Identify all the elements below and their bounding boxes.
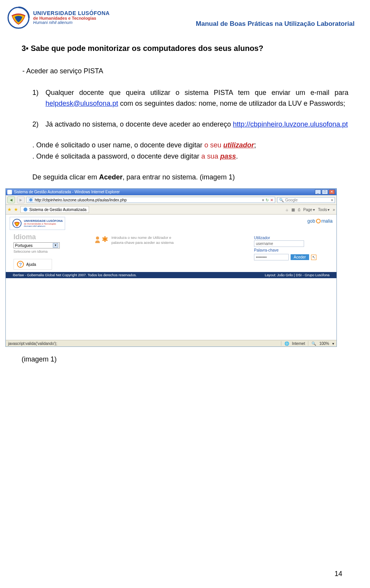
mini-logo: UNIVERSIDADE LUSÓFONA de Humanidades e T…	[10, 217, 65, 230]
search-icon: 🔍	[279, 198, 284, 202]
internet-zone-icon: 🌐	[284, 341, 289, 346]
svg-point-2	[29, 198, 32, 201]
back-button[interactable]: ◄	[7, 196, 15, 203]
final-instruction: De seguida clicar em Aceder, para entrar…	[32, 172, 348, 183]
pass-field-label: Palavra-chave	[254, 248, 331, 252]
browser-favbar: ★ ★ Sistema de Gestão Automatizada ⌂ ▦ ⎙…	[6, 205, 336, 215]
window-title: Sistema de Gestão Automatizada - Windows…	[14, 190, 120, 194]
list-item-2: 2) Já activado no sistema, o docente dev…	[32, 119, 348, 130]
address-dropdown-icon[interactable]: ▾	[262, 198, 264, 202]
university-logo-icon	[7, 6, 30, 29]
mini-logo-icon	[12, 218, 22, 228]
select-arrow-icon: ▾	[53, 243, 58, 248]
status-text: javascript:valida('validando');	[8, 341, 57, 346]
browser-search-box[interactable]: 🔍 Google ▾	[277, 197, 335, 203]
tools-menu[interactable]: Tools ▾	[318, 208, 330, 212]
svg-point-3	[24, 208, 27, 211]
add-favorite-icon[interactable]: ★	[14, 207, 18, 212]
user-icon	[94, 236, 101, 243]
idioma-helper: Seleccione um Idioma	[13, 250, 79, 253]
tab-icon	[23, 207, 28, 212]
note-username: . Onde é solicitado o user name, o docen…	[32, 140, 348, 151]
page-menu[interactable]: Page ▾	[303, 208, 315, 212]
logo-block: UNIVERSIDADE LUSÓFONA de Humanidades e T…	[7, 6, 110, 29]
idioma-heading: Idioma	[13, 233, 79, 241]
svg-point-5	[96, 237, 99, 240]
browser-tab[interactable]: Sistema de Gestão Automatizada	[20, 206, 89, 213]
print-icon[interactable]: ⎙	[298, 208, 300, 212]
page-footer-bar: Iberlaw - Gobernalia Global Net Copyrigh…	[6, 272, 336, 278]
user-field[interactable]: username	[254, 240, 304, 247]
gobernalia-brand: gobrnalia	[308, 218, 333, 224]
section-subtitle: - Aceder ao serviço PISTA	[22, 66, 348, 77]
document-title: Manual de Boas Práticas na Utilização La…	[196, 20, 355, 29]
idioma-select[interactable]: Portugues ▾	[13, 242, 60, 248]
help-icon: ?	[17, 261, 24, 268]
chevrons-icon[interactable]: »	[333, 208, 335, 212]
gobernalia-orb-icon	[316, 219, 321, 223]
key-star-icon: ✱	[102, 236, 108, 243]
note-password: . Onde é solicitada a password, o docent…	[32, 151, 348, 162]
ajuda-button[interactable]: ? Ajuda	[13, 259, 52, 270]
intro-text: Introduza o seu nome de Utilizador e pal…	[111, 235, 179, 245]
screenshot-browser-window: Sistema de Gestão Automatizada - Windows…	[5, 188, 337, 347]
browser-status-bar: javascript:valida('validando'); 🌐 Intern…	[6, 340, 336, 346]
pista-url-link[interactable]: http://cbpinheiro.luvzone.ulusofona.pt	[233, 120, 348, 128]
zoom-icon[interactable]: 🔍	[311, 341, 316, 346]
window-titlebar: Sistema de Gestão Automatizada - Windows…	[6, 189, 336, 195]
page-content: UNIVERSIDADE LUSÓFONA de Humanidades e T…	[6, 215, 336, 346]
user-field-label: Utilizador	[254, 236, 331, 240]
close-button[interactable]: ✕	[329, 189, 335, 194]
zoom-level: 100%	[319, 341, 329, 346]
cursor-highlight-icon: ↖	[311, 255, 316, 260]
address-bar[interactable]: http://cbpinheiro.luvzone.ulusofona.pt/a…	[27, 197, 275, 203]
maximize-button[interactable]: □	[322, 189, 328, 194]
logo-line3: Humani nihil alienum	[33, 20, 110, 25]
feed-icon[interactable]: ▦	[291, 208, 295, 212]
ie-page-icon	[29, 198, 33, 202]
ie-titlebar-icon	[7, 190, 12, 194]
document-header: UNIVERSIDADE LUSÓFONA de Humanidades e T…	[0, 0, 370, 32]
image-caption: (imagem 1)	[22, 355, 370, 363]
minimize-button[interactable]: _	[315, 189, 321, 194]
aceder-button[interactable]: Aceder	[291, 254, 309, 260]
forward-button[interactable]: ►	[17, 196, 25, 203]
list-item-1: 1) Qualquer docente que queira utilizar …	[32, 88, 348, 109]
browser-navbar: ◄ ► http://cbpinheiro.luvzone.ulusofona.…	[6, 195, 336, 205]
section-title: 3▪ Sabe que pode monitorizar os computad…	[22, 42, 348, 54]
stop-icon[interactable]: ✕	[270, 198, 273, 202]
home-icon[interactable]: ⌂	[286, 208, 288, 212]
logo-line1: UNIVERSIDADE LUSÓFONA	[33, 10, 110, 16]
refresh-icon[interactable]: ↻	[266, 198, 269, 202]
helpdesk-email-link[interactable]: helpdesk@ulusofona.pt	[45, 100, 118, 107]
favorites-icon[interactable]: ★	[7, 207, 12, 212]
pass-field[interactable]: ••••••••	[254, 254, 289, 260]
page-number: 14	[335, 570, 342, 578]
